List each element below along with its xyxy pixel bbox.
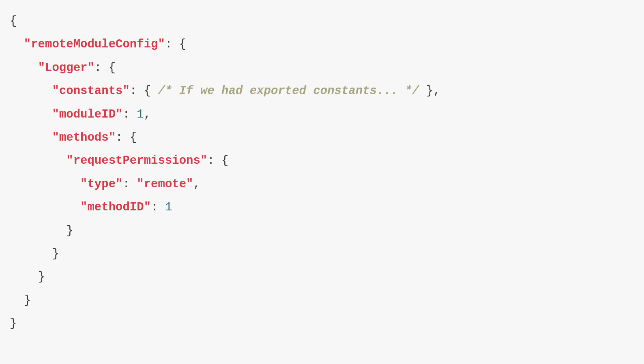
json-key: "type" <box>80 178 122 191</box>
code-comment: /* If we had exported constants... */ <box>158 84 419 98</box>
brace-close: } <box>66 224 73 238</box>
brace-open: { <box>179 38 186 51</box>
brace-open: { <box>221 154 228 167</box>
json-key: "remoteModuleConfig" <box>24 38 165 51</box>
json-number: 1 <box>165 201 172 214</box>
json-number: 1 <box>137 108 144 121</box>
colon: : <box>122 108 129 121</box>
json-key: "constants" <box>52 84 129 98</box>
json-key: "moduleID" <box>52 108 122 121</box>
colon: : <box>130 84 137 98</box>
colon: : <box>116 131 122 144</box>
brace-open: { <box>10 15 17 28</box>
json-string: "remote" <box>137 178 193 191</box>
code-block: { "remoteModuleConfig": { "Logger": { "c… <box>0 0 644 345</box>
json-key: "methodID" <box>80 201 151 214</box>
brace-close: } <box>52 247 59 261</box>
colon: : <box>94 61 101 75</box>
brace-close: } <box>38 270 45 284</box>
json-key: "Logger" <box>38 61 94 75</box>
json-key: "requestPermissions" <box>66 154 207 167</box>
comma: , <box>144 108 151 121</box>
brace-open: { <box>109 61 116 75</box>
brace-close: } <box>426 84 433 98</box>
colon: : <box>151 201 158 214</box>
colon: : <box>165 38 172 51</box>
brace-open: { <box>144 84 151 98</box>
brace-close: } <box>24 294 31 307</box>
brace-open: { <box>130 131 137 144</box>
json-key: "methods" <box>52 131 116 144</box>
brace-close: } <box>10 317 17 330</box>
colon: : <box>207 154 214 167</box>
comma: , <box>433 84 440 98</box>
comma: , <box>193 178 200 191</box>
colon: : <box>122 178 129 191</box>
